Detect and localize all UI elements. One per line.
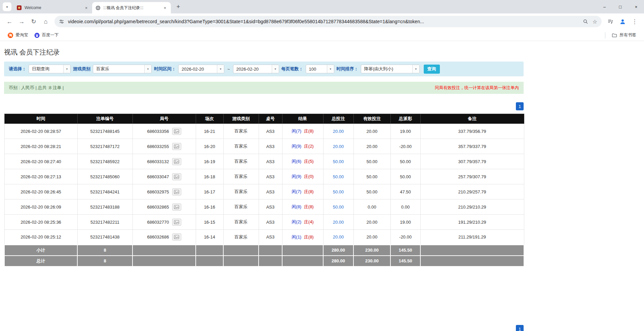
cell-game-type: 百家乐 — [223, 139, 259, 154]
chevron-down-icon[interactable]: ▼ — [412, 65, 419, 73]
cell-payout: 47.50 — [390, 184, 420, 199]
cell-empty — [223, 245, 259, 256]
cell-table-no: AS3 — [259, 215, 282, 230]
cell-time: 2026-02-20 08:26:45 — [4, 184, 77, 199]
round-number: 686032975 — [147, 189, 169, 194]
url-text[interactable]: videoie.com/ipl/portal.php/game/betrecor… — [68, 19, 581, 24]
bookmark-baidu[interactable]: 百度一下 — [31, 31, 62, 40]
forward-button[interactable]: → — [15, 15, 28, 28]
grand-total-total-bet: 280.00 — [323, 256, 353, 266]
address-bar: ← → ↻ ⌂ videoie.com/ipl/portal.php/game/… — [0, 13, 644, 30]
media-controls-icon[interactable] — [606, 17, 615, 26]
date-to-select[interactable]: 2026-02-20 ▼ — [233, 65, 279, 73]
video-replay-button[interactable] — [172, 128, 181, 135]
baidu-paw-icon — [34, 33, 40, 38]
total-bet-link[interactable]: 50.00 — [333, 159, 344, 164]
col-result: 结果 — [282, 114, 323, 124]
table-row: 2026-02-20 08:26:45 523217484241 6860329… — [4, 184, 524, 199]
refresh-button[interactable]: ↻ — [28, 15, 40, 28]
bookmark-aitaobao[interactable]: 淘 爱淘宝 — [5, 31, 31, 40]
minimize-button[interactable]: – — [597, 0, 612, 13]
cell-empty — [196, 245, 223, 256]
back-button[interactable]: ← — [3, 15, 15, 28]
video-replay-button[interactable] — [172, 219, 181, 226]
currency-total-text: 币别 : 人民币 | 总共 :8 注单 | — [9, 85, 64, 91]
result-banker: 庄(8) — [304, 128, 314, 134]
total-bet-link[interactable]: 20.00 — [333, 234, 344, 240]
new-tab-button[interactable]: + — [174, 2, 183, 11]
video-replay-icon — [174, 235, 179, 239]
cell-remark: 337.79/356.79 — [420, 124, 524, 139]
date-from-select[interactable]: 2026-02-20 ▼ — [178, 65, 224, 73]
chevron-down-icon[interactable]: ▼ — [144, 65, 151, 73]
maximize-button[interactable]: □ — [612, 0, 628, 13]
cell-empty — [223, 256, 259, 266]
cell-game-type: 百家乐 — [223, 184, 259, 199]
pagination-page-1-bottom[interactable]: 1 — [516, 325, 524, 331]
cell-round: 686033255 — [132, 139, 196, 154]
search-button[interactable]: 查询 — [424, 65, 440, 74]
subtotal-total-bet: 280.00 — [323, 245, 353, 256]
total-bet-link[interactable]: 50.00 — [333, 189, 344, 194]
video-replay-icon — [174, 175, 179, 179]
tab-welcome[interactable]: Welcome × — [13, 2, 92, 13]
cell-table-no: AS3 — [259, 199, 282, 215]
cell-session: 16-21 — [196, 124, 223, 139]
window-controls: – □ × — [597, 0, 644, 13]
cell-empty — [132, 256, 196, 266]
tab-close-icon[interactable]: × — [83, 5, 89, 11]
cell-empty — [282, 256, 323, 266]
sort-select[interactable]: 降幂(由大到小) ▼ — [361, 65, 420, 73]
game-type-label: 游戏类别 — [73, 66, 90, 72]
cell-table-no: AS3 — [259, 124, 282, 139]
home-button[interactable]: ⌂ — [40, 15, 52, 28]
video-replay-button[interactable] — [172, 188, 181, 195]
cell-valid-bet: 50.00 — [353, 169, 390, 184]
site-settings-icon[interactable] — [59, 19, 64, 24]
video-replay-button[interactable] — [172, 158, 181, 165]
per-page-select[interactable]: 100 ▼ — [306, 65, 334, 73]
video-replay-button[interactable] — [172, 173, 181, 180]
round-number: 686033356 — [147, 129, 169, 134]
game-type-select[interactable]: 百家乐 ▼ — [93, 65, 152, 73]
chevron-down-icon[interactable]: ▼ — [217, 65, 224, 73]
video-replay-button[interactable] — [172, 204, 181, 211]
cell-empty — [259, 245, 282, 256]
round-number: 686032865 — [147, 205, 169, 210]
chevron-down-icon[interactable]: ▼ — [272, 65, 279, 73]
window-close-button[interactable]: × — [628, 0, 644, 13]
chevron-down-icon[interactable]: ▼ — [327, 65, 334, 73]
pagination-page-1[interactable]: 1 — [516, 102, 524, 110]
tab-bet-records[interactable]: :::视讯 会员下注纪录::: × — [92, 2, 171, 13]
total-bet-link[interactable]: 20.00 — [333, 220, 344, 225]
cell-round: 686032975 — [132, 184, 196, 199]
sort-value: 降幂(由大到小) — [361, 65, 412, 73]
total-bet-link[interactable]: 20.00 — [333, 129, 344, 134]
video-replay-button[interactable] — [172, 143, 181, 150]
total-bet-link[interactable]: 20.00 — [333, 144, 344, 149]
total-bet-link[interactable]: 50.00 — [333, 205, 344, 210]
cell-bet-id: 523217481438 — [77, 230, 132, 245]
page-title: 视讯 会员下注纪录 — [4, 48, 640, 57]
all-bookmarks-button[interactable]: 所有书签 — [609, 31, 639, 40]
bookmark-star-icon[interactable]: ☆ — [590, 17, 600, 26]
result-banker: 庄(8) — [304, 189, 314, 194]
zoom-icon[interactable] — [581, 17, 590, 26]
query-type-select[interactable]: 日期查询 ▼ — [29, 65, 71, 73]
chevron-down-icon[interactable]: ▼ — [63, 65, 70, 73]
folder-icon — [612, 33, 617, 38]
cell-result: 闲(2) 庄(4) — [282, 215, 323, 230]
tab-list-chevron-icon[interactable]: ▾ — [3, 2, 11, 11]
video-replay-button[interactable] — [172, 233, 181, 241]
tab-close-icon[interactable]: × — [162, 5, 168, 11]
bet-records-table: 时间 注单编号 局号 场次 游戏类别 桌号 结果 总投注 有效投注 总派彩 备注… — [4, 114, 524, 267]
total-bet-link[interactable]: 50.00 — [333, 174, 344, 179]
url-omnibox[interactable]: videoie.com/ipl/portal.php/game/betrecor… — [54, 16, 602, 27]
cell-payout: -20.00 — [390, 230, 420, 245]
profile-avatar-icon[interactable] — [618, 17, 627, 26]
cell-valid-bet: 20.00 — [353, 124, 390, 139]
browser-menu-icon[interactable]: ⋮ — [630, 17, 639, 26]
cell-remark: 210.29/210.29 — [420, 199, 524, 215]
video-replay-icon — [174, 190, 179, 194]
cell-payout: 0.00 — [390, 199, 420, 215]
